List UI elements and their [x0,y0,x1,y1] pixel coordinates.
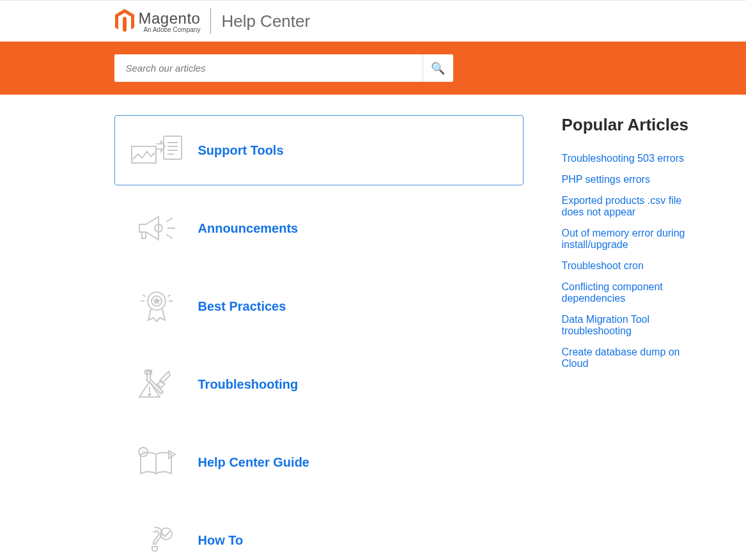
category-label: Best Practices [198,299,286,314]
article-link[interactable]: Out of memory error during install/upgra… [562,228,685,250]
category-how-to[interactable]: How To [114,505,524,560]
header-divider [210,8,211,34]
category-label: Announcements [198,221,299,236]
search-input[interactable] [114,54,423,82]
category-support-tools[interactable]: Support Tools [114,115,524,185]
svg-text:?: ? [141,449,144,456]
how-to-icon [128,521,185,559]
category-announcements[interactable]: Announcements [114,193,524,263]
category-help-center-guide[interactable]: ? Help Center Guide [114,427,524,497]
troubleshooting-icon [128,365,185,403]
svg-rect-0 [164,136,182,159]
magento-logo-icon [114,9,135,33]
article-link[interactable]: PHP settings errors [562,174,650,185]
article-link[interactable]: Exported products .csv file does not app… [562,195,682,217]
company-tagline: An Adobe Company [139,26,201,33]
best-practices-icon [128,287,185,325]
popular-articles-list: Troubleshooting 503 errors PHP settings … [562,153,693,369]
category-label: Help Center Guide [198,455,309,470]
svg-line-7 [166,218,173,222]
search-band: 🔍 [0,42,746,95]
sidebar: Popular Articles Troubleshooting 503 err… [562,115,693,560]
category-label: How To [198,533,244,548]
article-link[interactable]: Data Migration Tool troubleshooting [562,314,650,336]
popular-articles-title: Popular Articles [562,115,693,135]
search-button[interactable]: 🔍 [423,54,453,82]
brand-name: Magento [139,10,201,27]
svg-line-14 [143,295,146,297]
category-troubleshooting[interactable]: Troubleshooting [114,349,524,419]
article-link[interactable]: Conflicting component dependencies [562,281,663,304]
article-link[interactable]: Troubleshooting 503 errors [562,153,685,164]
help-center-guide-icon: ? [128,443,185,481]
article-link[interactable]: Troubleshoot cron [562,260,644,271]
page-title: Help Center [221,12,310,31]
search-box: 🔍 [114,54,453,82]
category-list: Support Tools Announcements [114,115,524,560]
search-icon: 🔍 [431,61,445,75]
svg-line-15 [167,295,171,297]
logo[interactable]: Magento An Adobe Company [114,9,201,33]
category-label: Support Tools [198,143,284,158]
category-best-practices[interactable]: Best Practices [114,271,524,341]
svg-point-19 [148,394,150,396]
support-tools-icon [128,131,185,169]
article-link[interactable]: Create database dump on Cloud [562,346,680,369]
category-label: Troubleshooting [198,377,299,392]
header: Magento An Adobe Company Help Center [0,0,746,42]
svg-line-9 [166,235,173,238]
announcements-icon [128,209,185,247]
